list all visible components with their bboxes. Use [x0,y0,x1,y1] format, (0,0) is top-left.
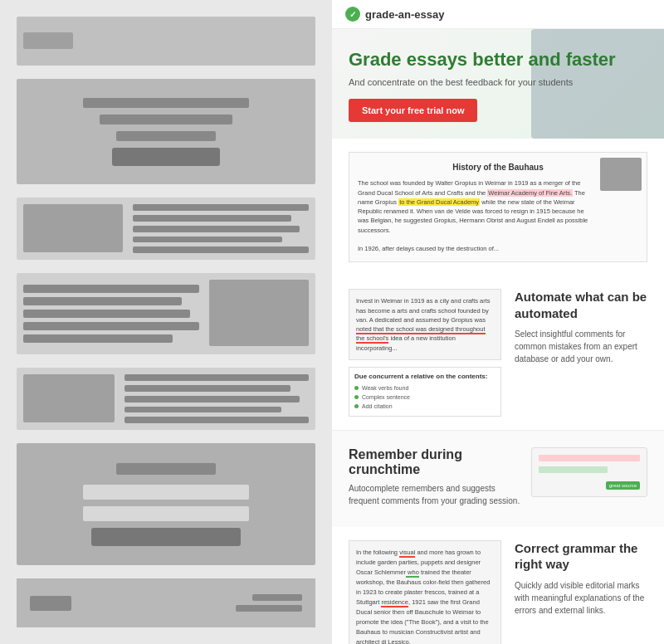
automate-item-2: Complex sentence [354,393,496,402]
grammar-doc: In the following visual and more has gro… [349,540,501,644]
automate-left: Invest in Weimar in 1919 as a city and c… [349,289,501,417]
wf-signup-btn [91,528,241,546]
wf-tl5 [133,246,309,253]
wf-l1 [124,374,309,381]
remember-section: great source Remember during crunchtime … [332,430,664,527]
grammar-right: Correct grammar the right way Quickly ad… [515,540,647,617]
wf-fl4 [23,322,199,330]
wf-signup [17,443,315,565]
wf-fl2 [23,297,182,305]
grammar-mark2: who [406,568,419,578]
automate-panel-title: Due concurrent a relative on the content… [354,373,496,380]
automate-dot1 [354,386,359,390]
hero-title: Grade essays better and faster [349,49,647,71]
wf-footer-logo [30,596,71,611]
wf-l2 [124,385,290,392]
history-content: History of the Bauhaus The school was fo… [349,152,647,262]
wf-feature-lines [23,280,199,348]
wf-lines2 [124,374,309,423]
wireframe-panel [0,0,332,644]
grammar-desc: Quickly add visible editorial marks with… [515,579,647,617]
history-image [600,158,642,191]
wf-hero-btn [112,148,220,166]
automate-item-text3: Add citation [362,403,393,409]
wf-password-input [83,506,249,521]
automate-panel: Due concurrent a relative on the content… [349,367,501,417]
wf-tl1 [133,204,309,211]
remember-image-preview: great source [531,447,647,497]
wf-fl5 [23,334,173,343]
history-section: History of the Bauhaus The school was fo… [332,139,664,276]
automate-dot2 [354,395,359,399]
history-body: The school was founded by Walter Gropius… [358,178,638,253]
automate-doc-text: Invest in Weimar in 1919 as a city and c… [356,296,494,353]
wf-email-input [83,485,249,500]
wf-feature-img [209,280,309,346]
automate-doc: Invest in Weimar in 1919 as a city and c… [349,289,501,360]
logo-text: grade-an-essay [365,8,444,21]
automate-right: Automate what can be automated Select in… [515,289,647,365]
grammar-doc-text: In the following visual and more has gro… [356,548,494,644]
grammar-section: In the following visual and more has gro… [332,527,664,644]
wf-l3 [124,396,300,402]
wf-feature1 [17,273,315,354]
wf-hero-line1 [83,98,249,108]
site-nav: grade-an-essay [332,0,664,29]
automate-desc: Select insightful comments for common mi… [515,328,647,365]
wf-fl1 [23,285,199,293]
wf-img2 [23,374,115,422]
wf-footer-line2 [236,605,302,612]
wf-header [17,17,315,66]
site-panel[interactable]: grade-an-essay Grade essays better and f… [332,0,664,644]
wf-img1 [23,204,123,252]
wf-content1 [17,198,315,260]
automate-item-1: Weak verbs found [354,383,496,393]
grammar-title: Correct grammar the right way [515,540,647,573]
grammar-mark3: residence [381,598,408,607]
remember-tag: great source [606,481,640,490]
grammar-mark1: visual [399,549,415,558]
wf-hero-line2 [100,115,232,124]
history-highlight2: to the Grand Ducal Academy [398,198,480,206]
grammar-left: In the following visual and more has gro… [349,540,501,644]
automate-item-text1: Weak verbs found [362,385,408,391]
automate-item-3: Add citation [354,402,496,411]
wf-tl2 [133,215,291,222]
hero-cta-button[interactable]: Start your free trial now [349,99,477,122]
remember-highlight2 [539,466,608,473]
wf-fl3 [23,310,190,318]
logo-icon [345,7,360,22]
wf-footer-links [236,594,302,612]
site-hero-section: Grade essays better and faster And conce… [332,29,664,139]
hero-subtitle: And concentrate on the best feedback for… [349,77,647,87]
automate-title: Automate what can be automated [515,289,647,321]
wf-hero-line3 [116,131,216,141]
wf-tl3 [133,226,300,232]
wf-l4 [124,407,281,413]
automate-item-text2: Complex sentence [362,394,410,400]
wf-logo-placeholder [23,32,73,49]
history-title: History of the Bauhaus [358,161,638,173]
site-logo: grade-an-essay [345,7,444,22]
remember-highlight1 [539,455,640,461]
wf-hero [17,79,315,184]
automate-underline: noted that the school was designed throu… [356,325,486,344]
wf-footer-line1 [252,594,302,601]
wf-tl4 [133,237,282,243]
wf-content2 [17,368,315,430]
automate-dot3 [354,404,359,408]
automate-section: Invest in Weimar in 1919 as a city and c… [332,276,664,430]
wf-footer [17,578,315,627]
wf-lines1 [133,204,309,253]
wf-signup-title [116,463,216,475]
wf-l5 [124,417,309,423]
history-highlight1: Weimar Academy of Fine Arts. [487,189,573,197]
